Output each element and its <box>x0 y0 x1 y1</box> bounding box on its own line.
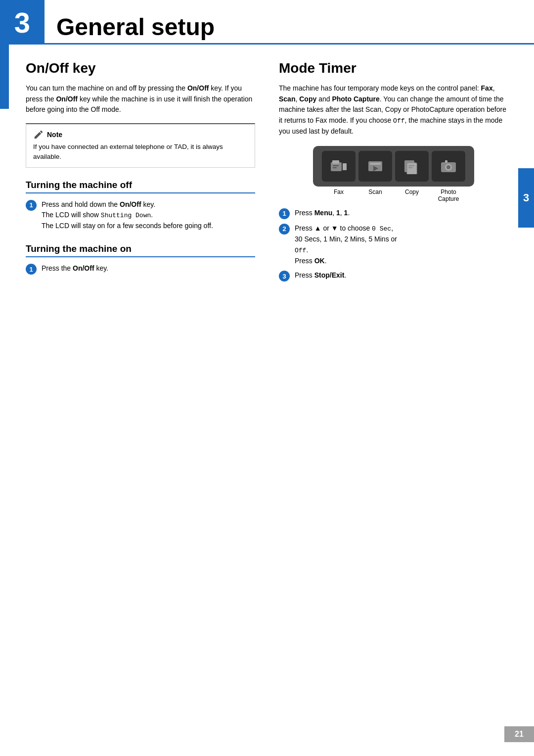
turning-off-step-text: Press and hold down the On/Off key. The … <box>42 199 213 232</box>
right-column: Mode Timer The machine has four temporar… <box>279 60 508 285</box>
svg-rect-2 <box>343 163 347 170</box>
fax-label: Fax <box>322 189 356 203</box>
chapter-title: General setup <box>56 15 215 39</box>
step-badge-mode-3: 3 <box>279 271 290 282</box>
copy-panel-button <box>395 151 429 182</box>
on-off-key-heading: On/Off key <box>26 60 255 76</box>
step-badge-mode-2: 2 <box>279 224 290 235</box>
step-badge-2: 1 <box>26 264 37 275</box>
turning-off-heading: Turning the machine off <box>26 180 255 193</box>
copy-icon <box>403 158 421 174</box>
photo-panel-button <box>432 151 465 182</box>
photo-capture-label: PhotoCapture <box>432 189 465 203</box>
note-box: Note If you have connected an external t… <box>26 123 255 168</box>
turning-on-section: Turning the machine on 1 Press the On/Of… <box>26 243 255 275</box>
note-text: If you have connected an external teleph… <box>33 142 248 162</box>
svg-rect-4 <box>333 167 337 168</box>
left-column: On/Off key You can turn the machine on a… <box>26 60 255 285</box>
svg-point-14 <box>446 165 450 169</box>
scan-panel-button <box>358 151 392 182</box>
page-number-box: 21 <box>504 726 534 742</box>
chapter-title-bar: General setup <box>44 0 534 45</box>
mode-timer-step-1: 1 Press Menu, 1, 1. <box>279 208 508 219</box>
turning-on-step-1: 1 Press the On/Off key. <box>26 263 255 275</box>
svg-rect-6 <box>370 163 381 165</box>
svg-rect-15 <box>445 160 447 163</box>
note-label: Note <box>47 131 62 139</box>
step-badge-mode-1: 1 <box>279 208 290 219</box>
turning-off-step-1: 1 Press and hold down the On/Off key. Th… <box>26 199 255 232</box>
photo-capture-icon <box>440 158 457 174</box>
fax-panel-button <box>322 151 356 182</box>
step-badge-1: 1 <box>26 200 37 211</box>
scan-label: Scan <box>358 189 392 203</box>
left-accent-bar <box>0 0 9 109</box>
panel-buttons-box <box>313 146 474 187</box>
svg-rect-10 <box>408 165 414 166</box>
step-1-text: Press Menu, 1, 1. <box>295 208 350 219</box>
chapter-number: 3 <box>14 6 30 39</box>
mode-timer-step-2: 2 Press ▲ or ▼ to choose 0 Sec, 30 Secs,… <box>279 223 508 267</box>
scan-icon <box>366 158 384 174</box>
chapter-header: 3 General setup <box>0 0 534 45</box>
note-title-row: Note <box>33 129 248 140</box>
svg-rect-11 <box>408 167 412 168</box>
side-tab-number: 3 <box>523 191 529 204</box>
svg-rect-9 <box>407 163 417 174</box>
side-tab: 3 <box>518 168 534 228</box>
page-number: 21 <box>515 730 524 739</box>
svg-rect-1 <box>332 160 339 164</box>
mode-timer-step-3: 3 Press Stop/Exit. <box>279 270 508 282</box>
panel-labels: Fax Scan Copy PhotoCapture <box>322 189 465 203</box>
pencil-icon <box>33 129 44 140</box>
turning-on-step-text: Press the On/Off key. <box>42 263 108 274</box>
step-3-text: Press Stop/Exit. <box>295 270 346 281</box>
step-2-text: Press ▲ or ▼ to choose 0 Sec, 30 Secs, 1… <box>295 223 397 267</box>
control-panel-illustration: Fax Scan Copy PhotoCapture <box>279 146 508 203</box>
turning-off-section: Turning the machine off 1 Press and hold… <box>26 180 255 232</box>
copy-label: Copy <box>395 189 429 203</box>
svg-rect-3 <box>333 165 339 166</box>
main-content: On/Off key You can turn the machine on a… <box>0 60 534 285</box>
on-off-intro: You can turn the machine on and off by p… <box>26 83 255 115</box>
mode-timer-heading: Mode Timer <box>279 60 508 76</box>
mode-timer-intro: The machine has four temporary mode keys… <box>279 83 508 137</box>
fax-icon <box>330 158 348 174</box>
turning-on-heading: Turning the machine on <box>26 243 255 257</box>
